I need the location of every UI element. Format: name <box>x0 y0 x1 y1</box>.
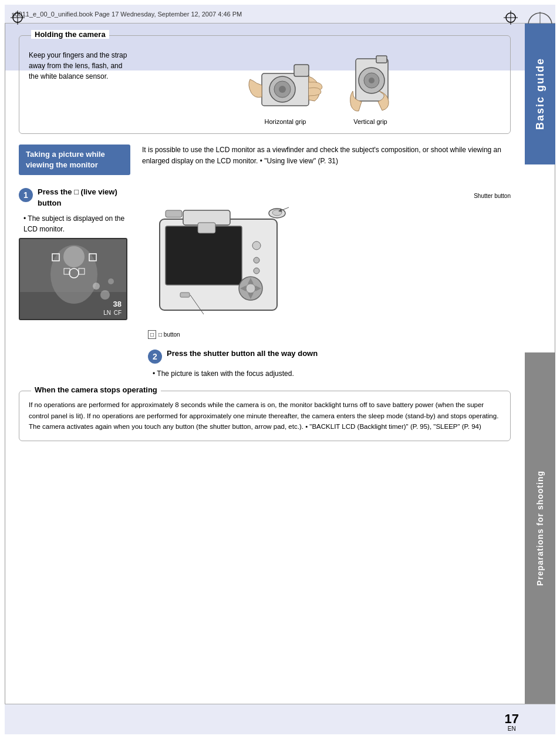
horizontal-grip-caption: Horizontal grip <box>265 118 306 125</box>
sidebar-basic-guide: Basic guide <box>525 23 555 164</box>
iol-button-label: □ □ button <box>148 330 511 339</box>
svg-point-44 <box>252 241 261 250</box>
holding-camera-title: Holding the camera <box>31 30 109 39</box>
page-number: 17 <box>505 713 519 725</box>
step1-bullet: The subject is displayed on the LCD moni… <box>23 213 136 234</box>
holding-camera-text: Keep your fingers and the strap away fro… <box>29 50 129 82</box>
vertical-grip-svg <box>344 50 397 115</box>
sidebar-preparations-label: Preparations for shooting <box>535 471 545 586</box>
step2-right-area: Shutter button <box>148 187 511 379</box>
svg-point-37 <box>93 283 100 290</box>
lcd-number: 38 <box>113 300 122 308</box>
taking-picture-header: Taking a picture while viewing the monit… <box>19 145 130 175</box>
page-header: s0011_e_00_0_unified.book Page 17 Wednes… <box>5 5 555 23</box>
camera-body-area: Shutter button <box>148 193 511 339</box>
step2-header: 2 Press the shutter button all the way d… <box>148 348 511 364</box>
step2-area: 2 Press the shutter button all the way d… <box>148 348 511 379</box>
camera-stops-title: When the camera stops operating <box>31 385 161 394</box>
svg-point-38 <box>100 290 110 300</box>
step1-area: 1 Press the □ (live view) button The sub… <box>19 187 136 379</box>
svg-rect-19 <box>294 65 309 76</box>
steps-area: 1 Press the □ (live view) button The sub… <box>19 187 511 379</box>
svg-point-46 <box>254 268 259 274</box>
page-number-area: 17 EN <box>505 713 519 732</box>
step1-title: Press the □ (live view) button <box>38 187 136 208</box>
vertical-grip-caption: Vertical grip <box>353 118 387 125</box>
vertical-grip-image: Vertical grip <box>344 50 397 125</box>
svg-point-31 <box>63 246 85 267</box>
lcd-preview: P 250 F5.6 <box>19 238 127 320</box>
svg-point-39 <box>108 278 114 284</box>
camera-stops-text: If no operations are performed for appro… <box>29 399 501 432</box>
svg-point-27 <box>369 78 375 83</box>
step1-number: 1 <box>19 188 33 202</box>
sidebar-preparations: Preparations for shooting <box>525 352 555 704</box>
svg-point-48 <box>246 284 255 293</box>
horizontal-grip-svg <box>244 59 326 115</box>
svg-rect-24 <box>376 56 387 63</box>
lcd-cf-label: CF <box>114 310 122 316</box>
taking-picture-description: It is possible to use the LCD monitor as… <box>142 145 511 167</box>
file-info: s0011_e_00_0_unified.book Page 17 Wednes… <box>12 11 242 18</box>
svg-rect-57 <box>180 293 190 297</box>
svg-rect-53 <box>166 210 182 217</box>
step1-header: 1 Press the □ (live view) button <box>19 187 136 208</box>
svg-point-45 <box>254 257 259 263</box>
holding-camera-section: Holding the camera Keep your fingers and… <box>19 35 511 134</box>
camera-body-svg <box>148 201 306 325</box>
svg-point-22 <box>279 86 286 93</box>
camera-images: Horizontal grip Vertical grip <box>140 44 501 125</box>
taking-picture-section: Taking a picture while viewing the monit… <box>19 145 511 181</box>
lcd-ln-label: LN <box>103 310 111 316</box>
sidebar-basic-guide-label: Basic guide <box>534 58 546 130</box>
bottom-bar <box>5 704 555 734</box>
camera-stops-section: When the camera stops operating If no op… <box>19 391 511 441</box>
horizontal-grip-image: Horizontal grip <box>244 59 326 125</box>
main-content: Holding the camera Keep your fingers and… <box>5 23 525 704</box>
page-lang: EN <box>505 725 519 732</box>
step2-bullet: The picture is taken with the focus adju… <box>153 368 511 379</box>
svg-rect-42 <box>166 226 242 285</box>
shutter-button-label: Shutter button <box>148 193 511 199</box>
lcd-subject-image <box>20 239 127 320</box>
step2-number: 2 <box>148 350 162 364</box>
step2-title: Press the shutter button all the way dow… <box>167 348 318 359</box>
svg-rect-43 <box>198 223 215 233</box>
